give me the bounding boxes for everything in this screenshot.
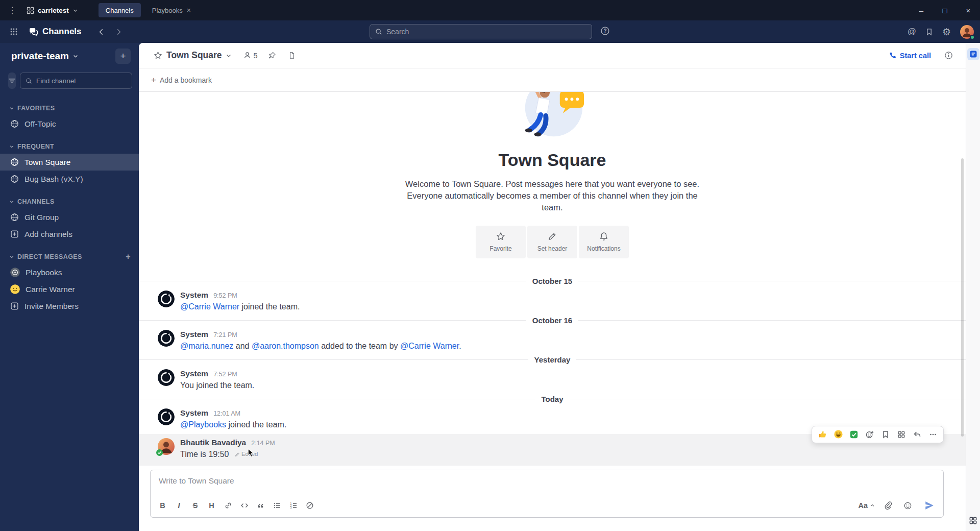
- add-bookmark-button[interactable]: + Add a bookmark: [139, 68, 966, 92]
- favorite-button[interactable]: Favorite: [476, 226, 526, 258]
- scrollbar-thumb[interactable]: [961, 158, 964, 437]
- user-message-hovered[interactable]: Bhautik Bavadiya 2:14 PM Time is 19:50 E…: [139, 434, 966, 466]
- section-header-favorites[interactable]: FAVORITES: [0, 101, 139, 115]
- maximize-button[interactable]: □: [933, 0, 957, 20]
- add-channels-cta-button[interactable]: +: [115, 49, 131, 64]
- section-header-direct-messages[interactable]: DIRECT MESSAGES +: [0, 250, 139, 264]
- section-header-frequent[interactable]: FREQUENT: [0, 139, 139, 154]
- heading-button[interactable]: H: [205, 499, 218, 513]
- save-message-button[interactable]: [878, 428, 893, 441]
- product-switcher-button[interactable]: [6, 24, 21, 39]
- mention-link[interactable]: @Carrie Warner: [180, 302, 239, 311]
- bulleted-list-icon: [273, 501, 281, 510]
- quote-button[interactable]: [254, 499, 267, 513]
- tab-channels[interactable]: Channels: [99, 3, 141, 17]
- settings-button[interactable]: ⚙: [942, 26, 951, 38]
- message-sender[interactable]: System: [180, 330, 208, 339]
- bookmark-icon: [881, 430, 890, 439]
- message-list[interactable]: Town Square Welcome to Town Square. Post…: [139, 92, 966, 466]
- add-reaction-button[interactable]: [863, 428, 877, 441]
- link-button[interactable]: [221, 499, 235, 513]
- message-time: 9:52 PM: [213, 292, 237, 299]
- find-channel-box[interactable]: [20, 73, 132, 89]
- sidebar-item-git-group[interactable]: Git Group: [0, 209, 139, 226]
- favorite-channel-button[interactable]: [150, 48, 165, 63]
- emoji-picker-button[interactable]: [901, 499, 915, 513]
- app-bar-grid-button[interactable]: [969, 516, 977, 525]
- pinned-posts-button[interactable]: [264, 48, 281, 63]
- minimize-button[interactable]: –: [910, 0, 933, 20]
- code-button[interactable]: [237, 499, 251, 513]
- channel-files-button[interactable]: [284, 48, 300, 63]
- sidebar-section-favorites: FAVORITES Off-Topic: [0, 101, 139, 132]
- app-bar-active-app-button[interactable]: [967, 48, 979, 60]
- sidebar-item-off-topic[interactable]: Off-Topic: [0, 115, 139, 132]
- message-input[interactable]: Write to Town Square: [151, 470, 943, 496]
- composer-area: Write to Town Square B I S H: [139, 466, 966, 531]
- channel-filter-button[interactable]: [8, 73, 16, 89]
- sidebar-item-bug-bash[interactable]: Bug Bash (vX.Y): [0, 171, 139, 187]
- close-button[interactable]: ×: [957, 0, 980, 20]
- channel-menu-button[interactable]: Town Square: [166, 50, 232, 61]
- mention-link[interactable]: @aaron.thompson: [252, 342, 319, 350]
- format-toggle-button[interactable]: Aa: [858, 501, 875, 510]
- reaction-check-button[interactable]: [847, 428, 861, 441]
- sidebar-section-direct-messages: DIRECT MESSAGES + Playbooks Carrie Warne…: [0, 250, 139, 315]
- find-channel-input[interactable]: [36, 77, 127, 85]
- tab-playbooks[interactable]: Playbooks ×: [145, 3, 198, 17]
- back-button[interactable]: [94, 24, 109, 39]
- send-message-button[interactable]: [921, 498, 938, 513]
- system-message[interactable]: System 9:52 PM @Carrie Warner joined the…: [139, 288, 966, 316]
- bold-button[interactable]: B: [156, 499, 169, 513]
- strikethrough-button[interactable]: S: [188, 499, 202, 513]
- mention-link[interactable]: @Playbooks: [180, 420, 226, 429]
- sidebar-item-playbooks[interactable]: Playbooks: [0, 264, 139, 281]
- team-menu-button[interactable]: private-team: [11, 51, 115, 62]
- apps-grid-button[interactable]: [894, 428, 909, 441]
- message-sender[interactable]: Bhautik Bavadiya: [180, 438, 246, 447]
- mentions-button[interactable]: @: [908, 27, 916, 37]
- italic-button[interactable]: I: [172, 499, 186, 513]
- mention-link[interactable]: @maria.nunez: [180, 342, 233, 350]
- message-sender[interactable]: System: [180, 408, 208, 418]
- plus-box-icon: [10, 230, 19, 238]
- help-button[interactable]: ?: [600, 26, 610, 36]
- app-menu-icon[interactable]: ⋮: [7, 5, 17, 16]
- globe-icon: [10, 175, 19, 183]
- message-composer[interactable]: Write to Town Square B I S H: [150, 470, 944, 518]
- section-header-channels[interactable]: CHANNELS: [0, 195, 139, 209]
- no-formatting-button[interactable]: [303, 499, 316, 513]
- global-header-left: Channels: [0, 24, 127, 39]
- attach-file-button[interactable]: [881, 499, 895, 513]
- search-box[interactable]: [370, 24, 592, 39]
- user-avatar[interactable]: [960, 25, 974, 39]
- close-tab-icon[interactable]: ×: [187, 6, 191, 14]
- numbered-list-button[interactable]: 123: [286, 499, 300, 513]
- system-message[interactable]: System 7:21 PM @maria.nunez and @aaron.t…: [139, 328, 966, 355]
- sidebar-item-add-channels[interactable]: Add channels: [0, 226, 139, 243]
- sidebar-item-invite-members[interactable]: Invite Members: [0, 298, 139, 315]
- message-sender[interactable]: System: [180, 369, 208, 378]
- add-direct-message-icon[interactable]: +: [126, 252, 131, 261]
- bulleted-list-button[interactable]: [270, 499, 284, 513]
- system-message[interactable]: System 7:52 PM You joined the team.: [139, 367, 966, 395]
- more-actions-button[interactable]: [926, 428, 940, 441]
- search-input[interactable]: [386, 28, 586, 36]
- reply-button[interactable]: [910, 428, 924, 441]
- saved-posts-button[interactable]: [925, 28, 933, 36]
- mention-link[interactable]: @Carrie Warner: [400, 342, 459, 350]
- sidebar-item-town-square[interactable]: Town Square: [0, 154, 139, 171]
- reaction-thumbs-up-button[interactable]: [815, 428, 829, 441]
- server-selector[interactable]: carrietest: [22, 4, 82, 17]
- forward-button[interactable]: [111, 24, 127, 39]
- notifications-button[interactable]: Notifications: [579, 226, 629, 258]
- set-header-button[interactable]: Set header: [527, 226, 577, 258]
- bhautik-avatar[interactable]: [158, 438, 175, 455]
- channel-members-button[interactable]: 5: [240, 50, 261, 62]
- channel-name: Town Square: [166, 50, 222, 61]
- channel-info-button[interactable]: [940, 48, 957, 63]
- message-sender[interactable]: System: [180, 291, 208, 300]
- reaction-grinning-button[interactable]: [831, 428, 845, 441]
- sidebar-item-carrie-warner[interactable]: Carrie Warner: [0, 281, 139, 298]
- start-call-button[interactable]: Start call: [884, 49, 936, 62]
